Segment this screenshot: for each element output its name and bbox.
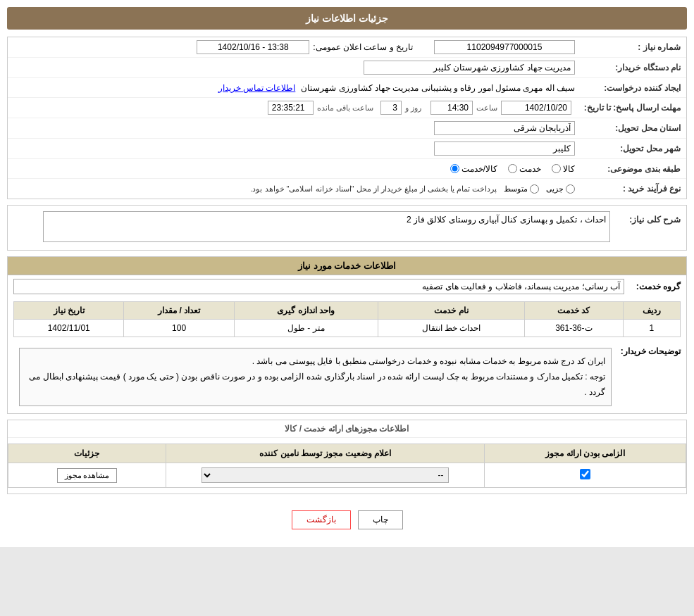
- permits-table: الزامی بودن ارائه مجوز اعلام وضعیت مجوز …: [8, 444, 686, 488]
- permits-section: اطلاعات مجوزهای ارائه خدمت / کالا الزامی…: [7, 420, 687, 494]
- permit-required-checkbox[interactable]: [580, 469, 590, 479]
- view-permit-button[interactable]: مشاهده مجوز: [57, 468, 118, 483]
- category-radio-group: کالا خدمت کالا/خدمت: [450, 164, 575, 174]
- category-kala-khedmat[interactable]: کالا/خدمت: [450, 164, 497, 174]
- kala-radio[interactable]: [552, 164, 561, 173]
- need-number-input[interactable]: [434, 40, 575, 54]
- deadline-row: مهلت ارسال پاسخ: تا تاریخ: ساعت روز و سا…: [8, 98, 686, 118]
- buyer-name-label: نام دستگاه خریدار:: [575, 63, 681, 73]
- need-number-label: شماره نیاز :: [575, 42, 681, 52]
- table-row: 1 ت-36-361 احداث خط انتقال متر - طول 100…: [14, 320, 681, 337]
- main-info-section: شماره نیاز : تاریخ و ساعت اعلان عمومی: ن…: [7, 37, 687, 199]
- province-input[interactable]: [434, 121, 575, 135]
- row-num: 1: [623, 320, 680, 337]
- col-row: ردیف: [623, 302, 680, 320]
- col-required: الزامی بودن ارائه مجوز: [485, 444, 686, 463]
- need-description-section: شرح کلی نیاز: احداث ، تکمیل و بهسازی کنا…: [7, 205, 687, 251]
- creator-row: ایجاد کننده درخواست: سیف اله مهری مسئول …: [8, 78, 686, 98]
- datetime-label: تاریخ و ساعت اعلان عمومی:: [313, 42, 413, 52]
- col-date: تاریخ نیاز: [14, 302, 124, 320]
- deadline-time-label: ساعت: [476, 103, 497, 113]
- col-details: جزئیات: [8, 444, 166, 463]
- purchase-type-row: نوع فرآیند خرید : جزیی متوسط پرداخت تمام…: [8, 179, 686, 199]
- creator-label: ایجاد کننده درخواست:: [575, 83, 681, 93]
- buyer-notes-line1: ایران کد درج شده مربوط به خدمات مشابه نب…: [25, 354, 605, 370]
- service-group-row: گروه خدمت: آب رسانی؛ مدیریت پسماند، فاضل…: [8, 275, 686, 298]
- buyer-notes-box: ایران کد درج شده مربوط به خدمات مشابه نب…: [19, 348, 612, 406]
- permit-status-select[interactable]: --: [202, 467, 450, 483]
- purchase-motavasset[interactable]: متوسط: [504, 184, 539, 194]
- service-group-value: آب رسانی؛ مدیریت پسماند، فاضلاب و فعالیت…: [13, 279, 624, 294]
- jozi-label: جزیی: [546, 184, 564, 194]
- need-desc-textarea[interactable]: احداث ، تکمیل و بهسازی کنال آبیاری روستا…: [43, 211, 610, 242]
- need-number-row: شماره نیاز : تاریخ و ساعت اعلان عمومی:: [8, 37, 686, 58]
- kala-label: کالا: [563, 164, 575, 174]
- row-quantity: 100: [124, 320, 234, 337]
- deadline-days-label: روز و: [405, 103, 421, 113]
- need-desc-label: شرح کلی نیاز:: [610, 211, 681, 225]
- creator-value: سیف اله مهری مسئول امور رفاه و پشتیبانی …: [301, 83, 575, 93]
- category-khedmat[interactable]: خدمت: [508, 164, 541, 174]
- datetime-input[interactable]: [197, 40, 309, 54]
- services-section: اطلاعات خدمات مورد نیاز گروه خدمت: آب رس…: [7, 256, 687, 414]
- col-unit: واحد اندازه گیری: [234, 302, 378, 320]
- page-title: جزئیات اطلاعات نیاز: [7, 7, 687, 30]
- deadline-remaining-label: ساعت باقی مانده: [317, 103, 373, 113]
- permit-status-cell: --: [166, 463, 485, 488]
- buyer-notes-container: توضیحات خریدار: ایران کد درج شده مربوط ب…: [8, 341, 686, 413]
- buyer-name-input[interactable]: [364, 61, 575, 75]
- kala-khedmat-label: کالا/خدمت: [461, 164, 497, 174]
- need-number-value: [434, 40, 575, 54]
- creator-link[interactable]: اطلاعات تماس خریدار: [218, 83, 296, 93]
- category-label: طبقه بندی موضوعی:: [575, 164, 681, 174]
- purchase-type-group: جزیی متوسط پرداخت تمام یا بخشی از مبلغ خ…: [250, 184, 575, 194]
- category-row: طبقه بندی موضوعی: کالا خدمت کالا/خدمت: [8, 159, 686, 179]
- datetime-value: [197, 40, 309, 54]
- bottom-buttons: چاپ بازگشت: [7, 500, 687, 540]
- khedmat-label: خدمت: [519, 164, 541, 174]
- province-row: استان محل تحویل:: [8, 118, 686, 139]
- permit-details-cell: مشاهده مجوز: [8, 463, 166, 488]
- deadline-time-input[interactable]: [430, 101, 473, 115]
- province-label: استان محل تحویل:: [575, 123, 681, 133]
- col-code: کد خدمت: [525, 302, 624, 320]
- row-date: 1402/11/01: [14, 320, 124, 337]
- purchase-note: پرداخت تمام یا بخشی از مبلغ خریدار از مح…: [250, 184, 497, 194]
- city-row: شهر محل تحویل:: [8, 139, 686, 159]
- permits-title: اطلاعات مجوزهای ارائه خدمت / کالا: [8, 420, 686, 438]
- purchase-jozi[interactable]: جزیی: [546, 184, 575, 194]
- buyer-notes-label: توضیحات خریدار:: [617, 344, 681, 356]
- row-code: ت-36-361: [525, 320, 624, 337]
- deadline-days-input[interactable]: [380, 101, 402, 115]
- row-unit: متر - طول: [234, 320, 378, 337]
- services-table: ردیف کد خدمت نام خدمت واحد اندازه گیری ت…: [13, 301, 681, 337]
- buyer-notes-line2: توجه : تکمیل مدارک و مستندات مربوط به چک…: [25, 370, 605, 400]
- row-service-name: احداث خط انتقال: [378, 320, 524, 337]
- back-button[interactable]: بازگشت: [292, 510, 351, 529]
- deadline-label: مهلت ارسال پاسخ: تا تاریخ:: [575, 103, 681, 113]
- buyer-name-row: نام دستگاه خریدار:: [8, 58, 686, 78]
- deadline-remaining-input[interactable]: [268, 101, 314, 115]
- purchase-type-label: نوع فرآیند خرید :: [575, 184, 681, 194]
- table-row: -- مشاهده مجوز: [8, 463, 686, 488]
- services-title: اطلاعات خدمات مورد نیاز: [8, 257, 686, 275]
- print-button[interactable]: چاپ: [358, 510, 403, 529]
- city-input[interactable]: [434, 142, 575, 156]
- deadline-date-input[interactable]: [501, 101, 571, 115]
- khedmat-radio[interactable]: [508, 164, 517, 173]
- col-quantity: تعداد / مقدار: [124, 302, 234, 320]
- col-status: اعلام وضعیت مجوز توسط نامین کننده: [166, 444, 485, 463]
- jozi-radio[interactable]: [566, 184, 575, 194]
- motavasset-label: متوسط: [504, 184, 528, 194]
- category-kala[interactable]: کالا: [552, 164, 575, 174]
- permit-required-cell: [485, 463, 686, 488]
- city-label: شهر محل تحویل:: [575, 144, 681, 153]
- motavasset-radio[interactable]: [530, 184, 539, 194]
- col-name: نام خدمت: [378, 302, 524, 320]
- service-group-label: گروه خدمت:: [624, 282, 681, 291]
- kala-khedmat-radio[interactable]: [450, 164, 459, 173]
